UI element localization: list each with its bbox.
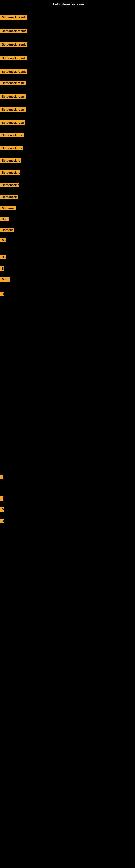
bottleneck-badge: Bo <box>0 255 6 259</box>
bottleneck-badge: Bottleneck result <box>0 69 27 74</box>
bottleneck-badge-row-26: B <box>0 519 4 524</box>
bottleneck-badge: Bottleneck result <box>0 42 27 46</box>
bottleneck-badge-row-18: Bo <box>0 238 6 244</box>
bottleneck-badge: Bottl <box>0 277 10 282</box>
bottleneck-badge-row-19: Bo <box>0 255 6 260</box>
bottleneck-badge-row-7: Bottleneck resu <box>0 107 26 113</box>
bottleneck-badge-row-16: Bott <box>0 217 9 222</box>
bottleneck-badge: Bottleneck res <box>0 146 23 150</box>
bottleneck-badge-row-22: B <box>0 292 4 297</box>
bottleneck-badge: Bottleneck resu <box>0 120 25 125</box>
bottleneck-badge-row-14: Bottleneck re <box>0 195 18 200</box>
bottleneck-badge: Bottleneck re <box>0 183 19 187</box>
bottleneck-badge-row-23: | <box>0 475 3 480</box>
bottleneck-badge-row-20: B <box>0 267 4 272</box>
bottleneck-badge-row-13: Bottleneck re <box>0 183 19 188</box>
bottleneck-badge-row-21: Bottl <box>0 277 10 283</box>
bottleneck-badge-row-15: Bottlenec <box>0 206 16 212</box>
bottleneck-badge: | <box>0 496 3 501</box>
bottleneck-badge-row-6: Bottleneck resu <box>0 94 26 100</box>
bottleneck-badge-row-8: Bottleneck resu <box>0 120 25 126</box>
bottleneck-badge: Bottleneck result <box>0 15 27 20</box>
bottleneck-badge: Bottleneck res <box>0 133 24 137</box>
bottleneck-badge: | <box>0 475 3 479</box>
bottleneck-badge-row-24: | <box>0 496 3 502</box>
bottleneck-badge: Bottleneck re <box>0 158 21 163</box>
site-title: TheBottlenecker.com <box>51 2 84 6</box>
bottleneck-badge-row-4: Bottleneck result <box>0 69 27 75</box>
bottleneck-badge-row-12: Bottleneck re <box>0 170 20 176</box>
bottleneck-badge-row-17: Bottlene <box>0 228 14 233</box>
bottleneck-badge-row-5: Bottleneck resu <box>0 81 26 86</box>
bottleneck-badge: Bottlenec <box>0 206 16 211</box>
bottleneck-badge-row-3: Bottleneck result <box>0 56 27 61</box>
bottleneck-badge: Bottleneck resu <box>0 94 26 99</box>
bottleneck-badge-row-11: Bottleneck re <box>0 158 21 164</box>
bottleneck-badge: Bottleneck result <box>0 56 27 60</box>
bottleneck-badge: Bottleneck result <box>0 29 27 33</box>
bottleneck-badge: B <box>0 267 4 271</box>
bottleneck-badge: B <box>0 507 4 512</box>
bottleneck-badge: Bott <box>0 217 9 221</box>
bottleneck-badge: Bottlene <box>0 228 14 232</box>
bottleneck-badge-row-9: Bottleneck res <box>0 133 24 138</box>
bottleneck-badge: Bottleneck resu <box>0 81 26 85</box>
bottleneck-badge-row-25: B <box>0 507 4 513</box>
bottleneck-badge: Bo <box>0 238 6 243</box>
site-header: TheBottlenecker.com <box>0 0 135 7</box>
bottleneck-badge: Bottleneck re <box>0 170 20 175</box>
bottleneck-badge: Bottleneck resu <box>0 107 26 112</box>
bottleneck-badge-row-2: Bottleneck result <box>0 42 27 48</box>
bottleneck-badge-row-0: Bottleneck result <box>0 15 27 21</box>
bottleneck-badge: B <box>0 292 4 296</box>
bottleneck-badge-row-1: Bottleneck result <box>0 29 27 34</box>
bottleneck-badge-row-10: Bottleneck res <box>0 146 23 151</box>
bottleneck-badge: Bottleneck re <box>0 195 18 199</box>
bottleneck-badge: B <box>0 519 4 523</box>
